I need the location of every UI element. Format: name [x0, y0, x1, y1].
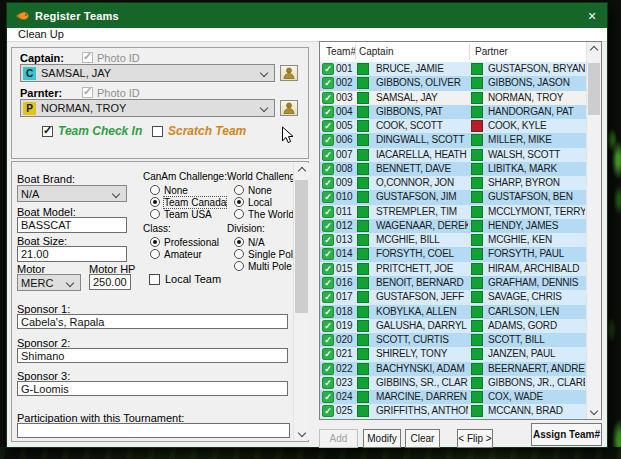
captain-person-button[interactable]: [280, 65, 298, 81]
captain-photo-id-checkbox[interactable]: [82, 52, 93, 63]
local-team-checkbox[interactable]: [149, 274, 160, 285]
checked-in-icon[interactable]: ✓: [322, 120, 334, 132]
checked-in-icon[interactable]: ✓: [322, 191, 334, 203]
scrollbar-thumb[interactable]: [588, 63, 600, 115]
checked-in-icon[interactable]: ✓: [322, 277, 334, 289]
chevron-down-icon[interactable]: [260, 69, 268, 77]
scratch-team-checkbox[interactable]: [152, 126, 163, 137]
checked-in-icon[interactable]: ✓: [322, 234, 334, 246]
team-row-002[interactable]: ✓002GIBBONS, OLIVERGIBBONS, JASON: [320, 76, 586, 90]
team-row-017[interactable]: ✓017GUSTAFSON, JEFFSAVAGE, CHRIS: [320, 290, 586, 304]
sponsor-3-input[interactable]: G-Loomis: [17, 381, 288, 396]
boat-size-input[interactable]: 21.00: [17, 246, 127, 262]
checked-in-icon[interactable]: ✓: [322, 320, 334, 332]
radio-division-single-pole[interactable]: Single Pole: [234, 248, 299, 260]
team-row-021[interactable]: ✓021SHIRELY, TONYJANZEN, PAUL: [320, 347, 586, 361]
checked-in-icon[interactable]: ✓: [322, 363, 334, 375]
team-row-004[interactable]: ✓004GIBBONS, PATHANDORGAN, PAT: [320, 105, 586, 119]
checked-in-icon[interactable]: ✓: [322, 334, 334, 346]
checked-in-icon[interactable]: ✓: [322, 263, 334, 275]
scroll-down-arrow[interactable]: [587, 403, 601, 418]
checked-in-icon[interactable]: ✓: [322, 348, 334, 360]
checked-in-icon[interactable]: ✓: [322, 106, 334, 118]
motor-hp-input[interactable]: 250.00: [89, 274, 131, 290]
team-row-023[interactable]: ✓023GIBBINS, SR., CLARE...GIBBONS, JR., …: [320, 376, 586, 390]
boat-brand-combobox[interactable]: N/A: [17, 185, 127, 202]
table-scrollbar[interactable]: [586, 42, 601, 419]
team-row-015[interactable]: ✓015PRITCHETT, JOEHIRAM, ARCHIBALD: [320, 262, 586, 276]
col-captain[interactable]: Captain: [359, 42, 393, 62]
checked-in-icon[interactable]: ✓: [322, 391, 334, 403]
details-scrollbar[interactable]: [293, 163, 309, 440]
team-row-013[interactable]: ✓013MCGHIE, BILLMCGHIE, KEN: [320, 233, 586, 247]
team-row-011[interactable]: ✓011STREMPLER, TIMMCCLYMONT, TERRY: [320, 205, 586, 219]
team-row-009[interactable]: ✓009O,CONNOR, JONSHARP, BYRON: [320, 176, 586, 190]
team-row-005[interactable]: ✓005COOK, SCOTTCOOK, KYLE: [320, 119, 586, 133]
titlebar[interactable]: Register Teams ×: [7, 3, 607, 28]
assign-team-button[interactable]: Assign Team#: [531, 423, 602, 446]
checked-in-icon[interactable]: ✓: [322, 306, 334, 318]
boat-model-input[interactable]: BASSCAT: [17, 217, 127, 233]
checked-in-icon[interactable]: ✓: [322, 149, 334, 161]
scroll-up-arrow[interactable]: [587, 42, 601, 57]
team-row-025[interactable]: ✓025GRIFFITHS, ANTHONYMCCANN, BRAD: [320, 404, 586, 418]
checked-in-icon[interactable]: ✓: [322, 77, 334, 89]
partner-combobox[interactable]: P NORMAN, TROY: [20, 99, 275, 117]
team-row-007[interactable]: ✓007IACARELLA, HEATHWALSH, SCOTT: [320, 148, 586, 162]
col-partner[interactable]: Partner: [475, 42, 508, 62]
scroll-up-arrow[interactable]: [294, 163, 309, 178]
checked-in-icon[interactable]: ✓: [322, 377, 334, 389]
partner-photo-id-checkbox[interactable]: [82, 87, 93, 98]
motor-combobox[interactable]: MERC: [17, 274, 81, 291]
radio-division-multi-pole[interactable]: Multi Pole: [234, 260, 299, 272]
team-row-018[interactable]: ✓018KOBYLKA, ALLENCARLSON, LEN: [320, 305, 586, 319]
team-row-022[interactable]: ✓022BACHYNSKI, ADAMBEERNAERT, ANDREW: [320, 362, 586, 376]
team-row-012[interactable]: ✓012WAGENAAR, DEREKHENDY, JAMES: [320, 219, 586, 233]
team-row-019[interactable]: ✓019GALUSHA, DARRYLADAMS, GORD: [320, 319, 586, 333]
checked-in-icon[interactable]: ✓: [322, 134, 334, 146]
checked-in-icon[interactable]: ✓: [322, 63, 334, 75]
clear-button[interactable]: Clear: [405, 429, 440, 448]
checked-in-icon[interactable]: ✓: [322, 220, 334, 232]
checked-in-icon[interactable]: ✓: [322, 163, 334, 175]
chevron-down-icon[interactable]: [260, 104, 268, 112]
team-row-003[interactable]: ✓003SAMSAL, JAYNORMAN, TROY: [320, 91, 586, 105]
add-button[interactable]: Add: [319, 429, 358, 448]
radio-canam-none[interactable]: None: [150, 184, 227, 196]
partner-status-square: [471, 234, 483, 246]
team-row-010[interactable]: ✓010GUSTAFSON, JIMGUSTAFSON, BEN: [320, 190, 586, 204]
flip-button[interactable]: < Flip >: [457, 429, 493, 448]
team-row-001[interactable]: ✓001BRUCE, JAMIEGUSTAFSON, BRYAN: [320, 62, 586, 76]
checked-in-icon[interactable]: ✓: [322, 291, 334, 303]
close-button[interactable]: ×: [577, 3, 607, 28]
team-check-in-checkbox[interactable]: [42, 126, 53, 137]
team-row-014[interactable]: ✓014FORSYTH, COELFORSYTH, PAUL: [320, 247, 586, 261]
radio-canam-team-usa[interactable]: Team USA: [150, 208, 227, 220]
participation-input[interactable]: [17, 423, 290, 438]
radio-class-amateur[interactable]: Amateur: [150, 248, 219, 260]
partner-person-button[interactable]: [280, 100, 298, 116]
sponsor-2-input[interactable]: Shimano: [17, 348, 288, 363]
checked-in-icon[interactable]: ✓: [322, 177, 334, 189]
scrollbar-thumb[interactable]: [295, 180, 308, 313]
team-row-024[interactable]: ✓024MARCINE, DARRENCOX, WADE: [320, 390, 586, 404]
radio-class-professional[interactable]: Professional: [150, 236, 219, 248]
scroll-down-arrow[interactable]: [294, 425, 309, 440]
checked-in-icon[interactable]: ✓: [322, 248, 334, 260]
team-row-006[interactable]: ✓006DINGWALL, SCOTTMILLER, MIKE: [320, 133, 586, 147]
col-team[interactable]: Team#: [326, 42, 356, 62]
team-row-020[interactable]: ✓020SCOTT, CURTISSCOTT, BILL: [320, 333, 586, 347]
checked-in-icon[interactable]: ✓: [322, 92, 334, 104]
team-row-008[interactable]: ✓008BENNETT, DAVELIBITKA, MARK: [320, 162, 586, 176]
radio-division-n-a[interactable]: N/A: [234, 236, 299, 248]
checked-in-icon[interactable]: ✓: [322, 206, 334, 218]
menu-clean-up[interactable]: Clean Up: [18, 28, 64, 42]
team-row-016[interactable]: ✓016BENOIT, BERNARDGRAFHAM, DENNIS: [320, 276, 586, 290]
captain-combobox[interactable]: C SAMSAL, JAY: [20, 64, 275, 82]
chevron-down-icon[interactable]: [112, 190, 120, 198]
modify-button[interactable]: Modify: [363, 429, 401, 448]
sponsor-1-input[interactable]: Cabela's, Rapala: [17, 314, 288, 329]
checked-in-icon[interactable]: ✓: [322, 405, 334, 417]
radio-canam-team-canada[interactable]: Team Canada: [150, 196, 227, 208]
chevron-down-icon[interactable]: [66, 279, 74, 287]
